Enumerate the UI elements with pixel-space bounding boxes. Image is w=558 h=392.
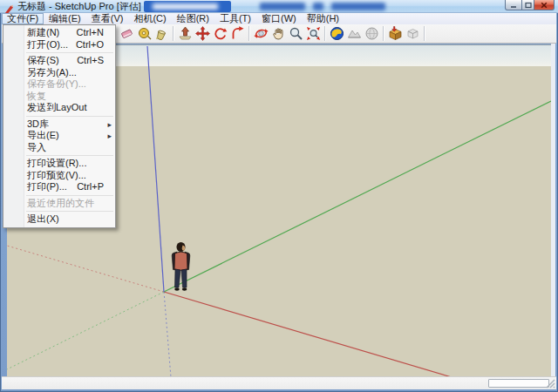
- move-tool-button[interactable]: [194, 25, 211, 43]
- paint-bucket-icon: [154, 26, 169, 41]
- add-location-button[interactable]: [328, 25, 345, 43]
- tape-measure-tool-button[interactable]: [135, 25, 153, 43]
- titlebar[interactable]: 无标题 - SketchUp Pro [评估]: [0, 0, 558, 13]
- paint-bucket-tool-button[interactable]: [153, 25, 170, 43]
- menu-item-save-as[interactable]: 另存为(A)...: [3, 67, 115, 79]
- menu-item-save-backup: 保存备份(Y)...: [3, 78, 115, 91]
- measurements-box[interactable]: [488, 379, 549, 388]
- close-icon: [541, 2, 548, 9]
- menu-edit[interactable]: 编辑(E): [44, 13, 86, 24]
- blurred-watermark-badge: [144, 1, 231, 12]
- toggle-terrain-icon: [347, 26, 362, 41]
- statusbar: [2, 376, 556, 389]
- menu-separator: [26, 155, 113, 156]
- pan-tool-button[interactable]: [269, 25, 287, 43]
- menu-item-recent-files: 最近使用的文件: [3, 198, 115, 210]
- menu-item-shortcut: Ctrl+S: [77, 55, 104, 66]
- menu-item-exit[interactable]: 退出(X): [3, 213, 115, 226]
- toggle-terrain-button[interactable]: [345, 25, 363, 43]
- get-models-button[interactable]: [386, 25, 404, 43]
- menu-item-label: 打印设置(R)...: [27, 158, 86, 169]
- follow-me-tool-button[interactable]: [228, 25, 246, 43]
- menu-item-label: 最近使用的文件: [27, 198, 94, 209]
- menu-item-label: 保存(S): [27, 55, 59, 66]
- move-icon: [195, 26, 210, 41]
- rotate-icon: [213, 26, 228, 41]
- menu-item-label: 3D库: [27, 118, 49, 130]
- menu-item-label: 导出(E): [27, 130, 59, 141]
- push-pull-icon: [178, 26, 193, 41]
- menu-item-label: 另存为(A)...: [27, 67, 77, 78]
- zoom-tool-button[interactable]: [287, 25, 304, 43]
- toolbar-separator: [381, 26, 385, 41]
- window-title: 无标题 - SketchUp Pro [评估]: [17, 1, 141, 12]
- menu-item-3d-warehouse[interactable]: 3D库: [3, 118, 115, 131]
- menu-item-shortcut: Ctrl+N: [77, 27, 104, 38]
- menu-item-print[interactable]: 打印(P)...Ctrl+P: [3, 181, 115, 193]
- menu-separator: [26, 52, 113, 53]
- menu-view[interactable]: 查看(V): [86, 13, 129, 24]
- menu-draw[interactable]: 绘图(R): [172, 13, 214, 24]
- components-button[interactable]: [404, 25, 421, 43]
- zoom-extents-icon: [306, 26, 321, 41]
- menu-file[interactable]: 文件(F): [2, 13, 44, 24]
- menu-item-label: 新建(N): [27, 27, 59, 38]
- push-pull-tool-button[interactable]: [176, 25, 194, 43]
- resize-grip-icon[interactable]: [546, 379, 555, 389]
- menu-window[interactable]: 窗口(W): [256, 13, 302, 24]
- eraser-tool-button[interactable]: [118, 25, 135, 43]
- photo-textures-globe-icon: [364, 26, 379, 41]
- menu-help[interactable]: 帮助(H): [302, 13, 344, 24]
- menu-item-label: 导入: [27, 142, 46, 153]
- menu-separator: [26, 116, 113, 117]
- menu-camera[interactable]: 相机(C): [128, 13, 171, 24]
- maximize-button[interactable]: [522, 0, 534, 10]
- minimize-button[interactable]: [505, 0, 522, 10]
- menu-item-label: 打印(P)...: [27, 181, 67, 193]
- menu-separator: [26, 195, 113, 196]
- photo-textures-button[interactable]: [363, 25, 380, 43]
- blue-axis-dotted: [164, 292, 171, 377]
- toolbar-separator: [247, 26, 251, 41]
- menu-item-shortcut: Ctrl+P: [77, 181, 104, 193]
- green-axis: [164, 101, 551, 292]
- orbit-tool-button[interactable]: [252, 25, 269, 43]
- close-button[interactable]: [534, 0, 555, 10]
- menu-item-shortcut: Ctrl+O: [76, 39, 104, 51]
- menubar: 文件(F) 编辑(E) 查看(V) 相机(C) 绘图(R) 工具(T) 窗口(W…: [2, 13, 556, 24]
- file-menu-dropdown: 新建(N)Ctrl+N 打开(O)...Ctrl+O 保存(S)Ctrl+S 另…: [3, 24, 116, 228]
- menu-item-label: 保存备份(Y)...: [27, 78, 86, 90]
- pan-icon: [271, 26, 286, 41]
- menu-item-print-preview[interactable]: 打印预览(V)...: [3, 170, 115, 182]
- toolbar-separator: [171, 26, 175, 41]
- menu-item-save[interactable]: 保存(S)Ctrl+S: [3, 55, 115, 67]
- menu-item-print-setup[interactable]: 打印设置(R)...: [3, 158, 115, 170]
- window-controls: [505, 0, 555, 10]
- blurred-watermark-text: [260, 3, 385, 10]
- menu-item-label: 打开(O)...: [27, 39, 68, 51]
- blue-axis: [147, 46, 164, 292]
- maximize-icon: [525, 2, 532, 9]
- rotate-tool-button[interactable]: [211, 25, 228, 43]
- menu-item-export[interactable]: 导出(E): [3, 130, 115, 142]
- menu-tools[interactable]: 工具(T): [214, 13, 256, 24]
- menu-item-import[interactable]: 导入: [3, 142, 115, 154]
- menu-item-label: 打印预览(V)...: [27, 170, 86, 181]
- menu-item-revert: 恢复: [3, 91, 115, 103]
- follow-me-icon: [230, 26, 245, 41]
- add-location-globe-icon: [330, 26, 344, 41]
- menu-separator: [26, 211, 113, 212]
- menu-item-open[interactable]: 打开(O)...Ctrl+O: [3, 39, 115, 51]
- eraser-icon: [119, 26, 134, 41]
- components-box-icon: [405, 26, 420, 41]
- toolbar-separator: [422, 26, 426, 41]
- zoom-icon: [289, 26, 303, 41]
- tape-measure-icon: [137, 26, 152, 41]
- menu-item-send-to-layout[interactable]: 发送到LayOut: [3, 102, 115, 114]
- menu-item-new[interactable]: 新建(N)Ctrl+N: [3, 27, 115, 39]
- menu-item-label: 退出(X): [27, 213, 59, 225]
- red-axis-dotted: [7, 246, 164, 292]
- zoom-extents-tool-button[interactable]: [304, 25, 322, 43]
- toolbar-separator: [323, 26, 327, 41]
- menu-item-label: 恢复: [27, 91, 46, 102]
